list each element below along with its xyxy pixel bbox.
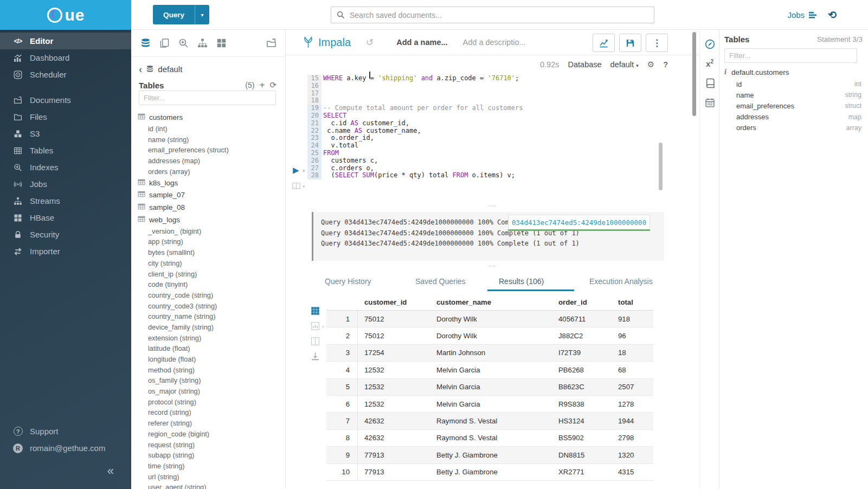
column-item[interactable]: os_family (string): [131, 375, 285, 386]
editor-scrollbar[interactable]: [692, 32, 696, 116]
column-item[interactable]: device_family (string): [131, 322, 285, 333]
right-column-item[interactable]: namestring: [719, 89, 868, 100]
sidebar-item-editor[interactable]: </>Editor: [0, 33, 131, 49]
column-item[interactable]: referer (string): [131, 418, 285, 429]
chart-type-caret[interactable]: ▾: [322, 324, 324, 329]
active-table[interactable]: i default.customers: [724, 68, 789, 76]
jobs-link[interactable]: Jobs: [787, 10, 817, 20]
assistant-tab[interactable]: [700, 34, 719, 54]
column-header-customer_name[interactable]: customer_name: [436, 298, 558, 306]
back-chevron-icon[interactable]: ‹: [139, 64, 142, 74]
column-item[interactable]: email_preferences (struct): [131, 145, 285, 156]
table-row[interactable]: 512532Melvin GarciaB8623C2507: [326, 379, 653, 396]
sidebar-item-importer[interactable]: Importer: [0, 243, 131, 260]
settings-gear-icon[interactable]: ⚙: [647, 60, 654, 69]
more-actions-button[interactable]: ⋮: [646, 34, 668, 52]
column-item[interactable]: code (tinyint): [131, 279, 285, 290]
column-item[interactable]: user_agent (string): [131, 482, 285, 489]
sidebar-item-documents[interactable]: Documents: [0, 92, 131, 108]
editor-history-icon[interactable]: ↺: [366, 37, 374, 48]
right-column-item[interactable]: idint: [719, 79, 868, 89]
tab-results-106-[interactable]: Results (106): [499, 277, 544, 286]
column-item[interactable]: os_major (string): [131, 386, 285, 397]
table-row[interactable]: 842632Raymond S. VestalBS59022798: [326, 430, 653, 447]
column-header-total[interactable]: total: [618, 298, 653, 306]
sidebar-item-files[interactable]: Files: [0, 108, 131, 125]
tab-query-history[interactable]: Query History: [325, 277, 371, 286]
sitemap-icon[interactable]: [197, 38, 208, 49]
right-column-item[interactable]: email_preferencesstruct: [719, 100, 868, 111]
execute-options-caret[interactable]: ▾: [303, 168, 305, 173]
column-item[interactable]: request (string): [131, 439, 285, 450]
schedule-tab[interactable]: [700, 93, 719, 112]
query-name-field[interactable]: Add a name...: [396, 38, 447, 47]
column-item[interactable]: country_code3 (string): [131, 300, 285, 311]
column-header-order_id[interactable]: order_id: [558, 298, 618, 306]
presentation-caret[interactable]: ▾: [303, 184, 305, 189]
column-item[interactable]: region_code (bigint): [131, 428, 285, 439]
shared-documents-icon[interactable]: [266, 38, 277, 49]
column-header-customer_id[interactable]: customer_id: [358, 298, 436, 306]
databases-icon[interactable]: [140, 38, 151, 49]
query-history-icon[interactable]: ⟲: [828, 9, 837, 21]
table-item[interactable]: k8s_logs: [131, 177, 285, 189]
column-item[interactable]: country_name (string): [131, 311, 285, 322]
column-item[interactable]: client_ip (string): [131, 268, 285, 279]
query-dropdown-caret[interactable]: ▾: [195, 5, 209, 24]
right-column-item[interactable]: ordersarray: [719, 123, 868, 133]
code-editor[interactable]: 15WHERE a.key = 'shipping' and a.zip_cod…: [307, 75, 665, 179]
sidebar-item-jobs[interactable]: Jobs: [0, 176, 131, 192]
sidebar-collapse-icon[interactable]: «: [0, 464, 131, 478]
help-icon[interactable]: ?: [663, 60, 668, 69]
table-row[interactable]: 612532Melvin GarciaR9S8381278: [326, 396, 653, 413]
table-row[interactable]: 317254Martin JohnsonI72T3918: [326, 345, 653, 362]
column-item[interactable]: id (int): [131, 124, 285, 134]
column-item[interactable]: bytes (smallint): [131, 247, 285, 258]
resize-handle-bottom[interactable]: ⋯: [286, 264, 699, 268]
sidebar-item-support[interactable]: ? Support: [0, 423, 131, 440]
search-box[interactable]: [331, 7, 654, 23]
chart-button[interactable]: [593, 34, 615, 52]
column-item[interactable]: orders (array): [131, 166, 285, 177]
chart-view-button[interactable]: ▾: [311, 321, 324, 331]
sidebar-item-user[interactable]: R romain@gethue.com: [0, 440, 131, 456]
copy-documents-icon[interactable]: [159, 38, 170, 49]
database-dropdown[interactable]: default ▾: [610, 60, 639, 69]
hue-logo[interactable]: ue: [0, 0, 131, 30]
table-item[interactable]: customers: [131, 111, 285, 124]
table-row[interactable]: 175012Dorothy Wilk4056711918: [326, 311, 653, 327]
sidebar-item-hbase[interactable]: HBase: [0, 209, 131, 226]
table-row[interactable]: 1077913Betty J. GiambroneXR27714315: [326, 464, 653, 481]
save-button[interactable]: [619, 34, 641, 52]
column-item[interactable]: url (string): [131, 471, 285, 482]
breadcrumb-database[interactable]: default: [158, 65, 182, 74]
column-item[interactable]: name (string): [131, 134, 285, 145]
sidebar-item-s3[interactable]: S3: [0, 125, 131, 142]
sidebar-item-tables[interactable]: Tables: [0, 142, 131, 159]
columns-view-button[interactable]: [311, 337, 324, 346]
table-item[interactable]: web_logs: [131, 214, 285, 226]
sidebar-item-security[interactable]: Security: [0, 226, 131, 243]
table-row[interactable]: 412532Melvin GarciaPB626868: [326, 362, 653, 378]
sidebar-item-dashboard[interactable]: Dashboard: [0, 49, 131, 66]
sidebar-item-streams[interactable]: Streams: [0, 192, 131, 209]
refresh-icon[interactable]: ⟳: [269, 80, 277, 90]
execute-button[interactable]: ▶: [293, 165, 299, 175]
column-item[interactable]: extension (string): [131, 332, 285, 343]
table-row[interactable]: 275012Dorothy WilkJ882C296: [326, 327, 653, 344]
grid-view-button[interactable]: [311, 306, 324, 316]
table-row[interactable]: 742632Raymond S. VestalHS31241944: [326, 413, 653, 429]
download-button[interactable]: [311, 352, 324, 362]
sidebar-item-scheduler[interactable]: Scheduler: [0, 66, 131, 83]
apps-icon[interactable]: [216, 38, 227, 49]
column-item[interactable]: longitude (float): [131, 354, 285, 365]
column-item[interactable]: record (string): [131, 407, 285, 418]
info-icon[interactable]: i: [724, 68, 726, 76]
column-item[interactable]: city (string): [131, 258, 285, 268]
query-button[interactable]: Query ▾: [153, 5, 209, 24]
right-filter-input[interactable]: [724, 48, 857, 63]
tab-execution-analysis[interactable]: Execution Analysis: [589, 277, 653, 286]
right-column-item[interactable]: addressesmap: [719, 112, 868, 123]
table-row[interactable]: 977913Betty J. GiambroneDN88151320: [326, 447, 653, 464]
code-scrollbar[interactable]: [659, 143, 663, 190]
